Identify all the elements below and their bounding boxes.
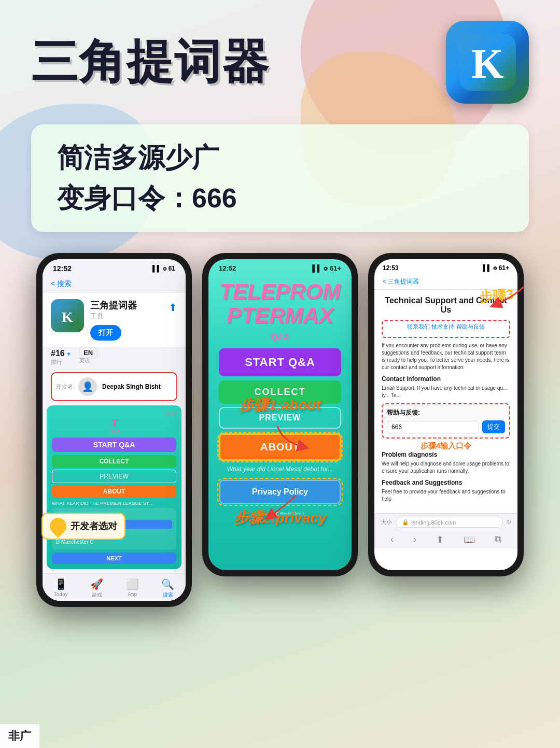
phone3-status: 12:53 ▌▌ ⌾ 61+ xyxy=(374,259,517,274)
step4-annotation: 步骤4输入口令 xyxy=(383,441,509,451)
phone2-step2-annotation: 步骤2:privacy xyxy=(234,508,327,528)
phone3-back: < 三角提词器 xyxy=(383,277,419,286)
phone2-messi-question: What year did Lionel Messi debut for... xyxy=(208,465,352,478)
subtitle-line2: 变身口令：666 xyxy=(57,180,503,217)
phone3-problem: Problem diagnosis We will help you diagn… xyxy=(382,451,510,475)
browser-share-icon[interactable]: ⬆ xyxy=(436,534,444,545)
problem-title: Problem diagnosis xyxy=(382,451,510,458)
phone3-feedback: Feedback and Suggestions Feel free to pr… xyxy=(382,479,510,503)
feedback-title: Feedback and Suggestions xyxy=(382,479,510,486)
nav-today-label: Today xyxy=(54,591,68,597)
header: 三角提词器 K xyxy=(0,0,560,114)
phone2-status-icons: ▌▌ ⌾ 61+ xyxy=(312,264,341,272)
phone3-contact-title: Contact information xyxy=(382,375,510,383)
browser-size-label: 大小 xyxy=(381,518,392,526)
nav-search-label: 搜索 xyxy=(163,591,173,599)
phone1-lang: EN 英语 xyxy=(79,349,97,366)
phone3-time: 12:53 xyxy=(383,264,399,272)
search-icon: 🔍 xyxy=(161,578,174,590)
phone3-browser-bar: 大小 🔒 landing.80dk.com ↻ xyxy=(374,513,517,531)
phone3-email-text: Email Support: If you have any technical… xyxy=(382,385,510,399)
browser-url-bar[interactable]: 🔒 landing.80dk.com xyxy=(396,517,502,528)
phone1-dev-badge: 开发者 👤 Deepak Singh Bisht xyxy=(51,372,177,401)
phone2-start-qna[interactable]: START Q&A xyxy=(219,348,341,376)
dev-selector-overlay: 开发者选对 xyxy=(41,513,125,540)
phone1-status-bar: 12:52 ▌▌ ⌾ 61 xyxy=(43,259,186,275)
phone2-privacy-btn[interactable]: Privacy Policy xyxy=(219,480,341,504)
phone1-share-icon[interactable]: ⬆ xyxy=(169,301,177,314)
browser-tabs-icon[interactable]: ⧉ xyxy=(495,534,501,545)
phone1-start-btn: START Q&A xyxy=(52,437,176,452)
lock-icon: 🔒 xyxy=(402,519,409,526)
problem-text: We will help you diagnose and solve usag… xyxy=(382,460,510,475)
phone1-app-icon-small: K xyxy=(51,299,84,332)
phone2-game-title: TELEPROM PTERMAX xyxy=(208,275,352,333)
nav-today[interactable]: 📱 Today xyxy=(54,578,68,599)
phone1-nav[interactable]: < 搜索 xyxy=(43,275,186,293)
phone1-rank-info: #16 + 排行 EN 英语 xyxy=(43,347,186,368)
phone1-status-icons: ▌▌ ⌾ 61 xyxy=(152,265,175,272)
dev-selector-text: 开发者选对 xyxy=(71,520,117,532)
phone1-back-text: < 搜索 xyxy=(51,279,72,289)
phone3-input-row: 提交 xyxy=(387,420,505,433)
phone1-app-details: 三角提词器 工具 打开 xyxy=(90,299,162,341)
phone3-intro: If you encounter any problems during use… xyxy=(382,342,510,371)
subtitle-box: 简洁多源少广 变身口令：666 xyxy=(31,124,529,232)
watermark: 非广 xyxy=(0,724,39,748)
browser-url-text: landing.80dk.com xyxy=(411,519,456,526)
phone1-next-btn[interactable]: NEXT xyxy=(52,553,176,564)
phone3-submit-btn[interactable]: 提交 xyxy=(482,420,505,433)
phone1-app-name: 三角提词器 xyxy=(90,299,162,312)
nav-search[interactable]: 🔍 搜索 xyxy=(161,578,174,599)
app-title: 三角提词器 xyxy=(31,31,270,94)
phone1-mini-title: T xyxy=(52,417,176,429)
phone3-help-title: 帮助与反馈: xyxy=(387,408,505,417)
step3-annotation: 步骤3 xyxy=(478,285,514,306)
phone3-screen: 12:53 ▌▌ ⌾ 61+ < 三角提词器 Technical Support… xyxy=(374,259,517,570)
games-icon: 🚀 xyxy=(90,578,103,590)
phone1-wrapper: 12:52 ▌▌ ⌾ 61 < 搜索 xyxy=(36,253,192,607)
phone1-k-icon: K xyxy=(56,304,79,327)
browser-forward-icon[interactable]: › xyxy=(413,534,416,545)
svg-text:K: K xyxy=(471,41,503,87)
phone3-wrapper: 12:53 ▌▌ ⌾ 61+ < 三角提词器 Technical Support… xyxy=(368,253,524,576)
phone1-collect: COLLECT xyxy=(52,455,176,468)
phone1-about: ABOUT xyxy=(52,485,176,498)
phone1-preview: PREVIEW xyxy=(52,470,176,483)
subtitle-line1: 简洁多源少广 xyxy=(57,140,503,176)
phone1-bottom-nav: 📱 Today 🚀 游戏 ⬜ App 🔍 搜索 xyxy=(43,573,186,601)
svg-text:K: K xyxy=(62,309,73,325)
browser-back-icon[interactable]: ‹ xyxy=(390,534,394,545)
phone1-dev-name: Deepak Singh Bisht xyxy=(102,383,161,390)
phone1-app-info: K 三角提词器 工具 打开 ⬆ xyxy=(43,293,186,347)
phone1-game-preview: 11:14 T Q&A START Q&A COLLECT PREVIEW AB… xyxy=(47,405,181,569)
nav-games-label: 游戏 xyxy=(92,591,102,599)
phone3-status-icons: ▌▌ ⌾ 61+ xyxy=(483,264,509,272)
k-logo-svg: K xyxy=(459,34,516,91)
phone1-open-btn[interactable]: 打开 xyxy=(90,325,121,341)
phone1-screen: 12:52 ▌▌ ⌾ 61 < 搜索 xyxy=(43,259,186,601)
dev-label-text: 开发者 xyxy=(56,383,73,391)
phone2-about-btn[interactable]: ABOUT xyxy=(219,433,341,461)
phone1-mini-qna: Q&A xyxy=(52,429,176,434)
phone1-time: 12:52 xyxy=(53,264,72,273)
phone1-time-mini: 11:14 xyxy=(52,411,176,416)
browser-refresh-icon[interactable]: ↻ xyxy=(507,519,511,526)
today-icon: 📱 xyxy=(54,578,67,590)
phone2-time: 12:52 xyxy=(219,264,236,272)
nav-apps-label: App xyxy=(128,591,137,597)
phone1-question: WHAT YEAR DID THE PREMIER LEAGUE ST... xyxy=(52,501,176,506)
browser-bookmark-icon[interactable]: 📖 xyxy=(464,534,475,545)
phone2-qna-label: Q&A xyxy=(208,333,352,342)
phone3-input[interactable] xyxy=(387,421,479,433)
phone1-rank-num: #16 + xyxy=(51,349,71,358)
phone3-links[interactable]: 联系我们 技术支持 帮助与反馈 xyxy=(385,323,507,331)
phone1-rank-label: 排行 xyxy=(51,359,62,365)
nav-games[interactable]: 🚀 游戏 xyxy=(90,578,103,599)
phone2-privacy-dashed: Privacy Policy xyxy=(217,478,343,506)
feedback-text: Feel free to provide your feedback and s… xyxy=(382,488,510,503)
nav-apps[interactable]: ⬜ App xyxy=(126,578,139,599)
phone2-wrapper: 12:52 ▌▌ ⌾ 61+ TELEPROM PTERMAX Q&A STAR… xyxy=(202,253,358,576)
phone1: 12:52 ▌▌ ⌾ 61 < 搜索 xyxy=(36,253,192,607)
watermark-text: 非广 xyxy=(8,729,31,742)
